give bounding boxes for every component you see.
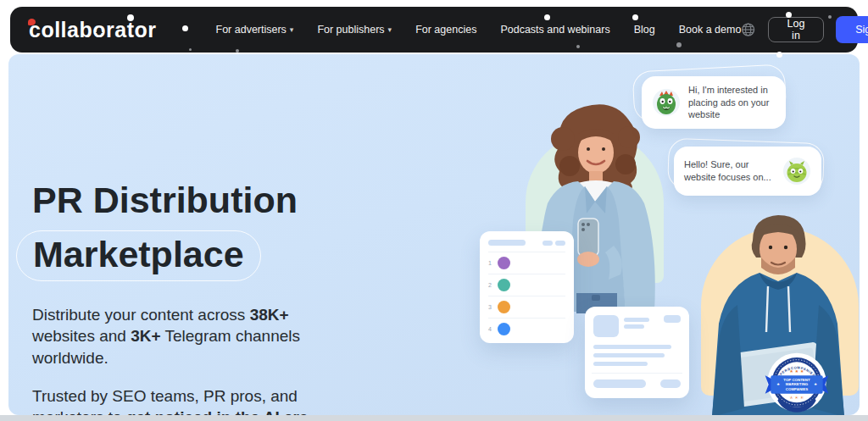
svg-text:★ ★ ★: ★ ★ ★ [789,368,804,374]
svg-text:★: ★ [814,382,817,386]
skeleton-bar [488,240,526,246]
nav-item-for-publishers[interactable]: For publishers▾ [317,24,392,36]
nav-item-for-advertisers[interactable]: For advertisers▾ [216,24,294,36]
hero-section: Hi, I'm interested in placing ads on you… [8,54,860,415]
svg-text:TOP CONTENT: TOP CONTENT [783,378,810,382]
top-navbar: collaborator For advertisers▾ For publis… [10,7,858,53]
svg-text:★: ★ [776,382,780,386]
hero-description: Distribute your content across 38K+ webs… [32,304,317,368]
list-item: 4 [488,318,565,340]
rank-number: 1 [488,260,492,266]
profile-card [585,307,689,398]
logo-pin-icon [96,28,103,33]
skeleton-bar [624,324,644,329]
ranking-list-card: 1 2 3 4 [480,231,574,343]
list-item: 3 [488,296,565,318]
skeleton-bar [593,362,648,366]
color-dot [498,301,510,313]
skeleton-bar [593,345,671,349]
hero-trust-line: Trusted by SEO teams, PR pros, and marke… [32,385,317,415]
chat-bubble-advertiser: Hi, I'm interested in placing ads on you… [642,76,786,129]
nav-item-podcasts-webinars[interactable]: Podcasts and webinars [500,24,609,36]
nav-item-blog[interactable]: Blog [634,24,655,36]
list-item: 2 [488,274,565,296]
language-globe-icon[interactable] [741,22,755,37]
title-outline-pill: Marketplace [16,230,261,281]
page-title: PR Distribution Marketplace [32,182,298,281]
rank-number: 2 [488,282,492,288]
top-content-marketing-award-badge: SUPERBCOMPANIES.COM ★ ★ ★ ★ ★ TOP CONTEN… [746,347,848,415]
skeleton-button [593,379,646,388]
chat-bubble-publisher: Hello! Sure, our website focuses on... [674,147,821,196]
chevron-down-icon: ▾ [388,26,392,34]
skeleton-chip [542,241,553,246]
list-item: 1 [488,252,565,274]
chat-message-text: Hello! Sure, our website focuses on... [684,158,775,183]
login-button[interactable]: Log in [768,17,825,42]
rank-number: 4 [488,326,492,332]
skeleton-bar [593,353,665,357]
chevron-down-icon: ▾ [290,26,294,34]
nav-menu: For advertisers▾ For publishers▾ For age… [216,24,742,36]
color-dot [498,323,510,335]
skeleton-chip [555,241,565,246]
next-section-edge [0,415,868,421]
signup-button-top[interactable]: Sign up [836,16,868,43]
rank-number: 3 [488,304,492,310]
color-dot [498,257,510,269]
color-dot [498,279,510,291]
svg-text:MARKETING: MARKETING [786,382,809,386]
skeleton-chip [664,315,681,323]
nav-item-book-a-demo[interactable]: Book a demo [679,24,742,36]
skeleton-button [660,379,681,388]
light-green-monster-avatar-icon [782,157,811,186]
skeleton-bar [624,318,649,322]
svg-text:COMPANIES: COMPANIES [786,387,808,391]
nav-item-for-agencies[interactable]: For agencies [415,24,476,36]
avatar-placeholder [593,315,619,337]
chat-message-text: Hi, I'm interested in placing ads on you… [688,84,776,121]
logo-accent-dot [28,19,36,25]
green-monster-avatar-icon [652,88,681,117]
collaborator-logo[interactable]: collaborator [29,18,157,42]
